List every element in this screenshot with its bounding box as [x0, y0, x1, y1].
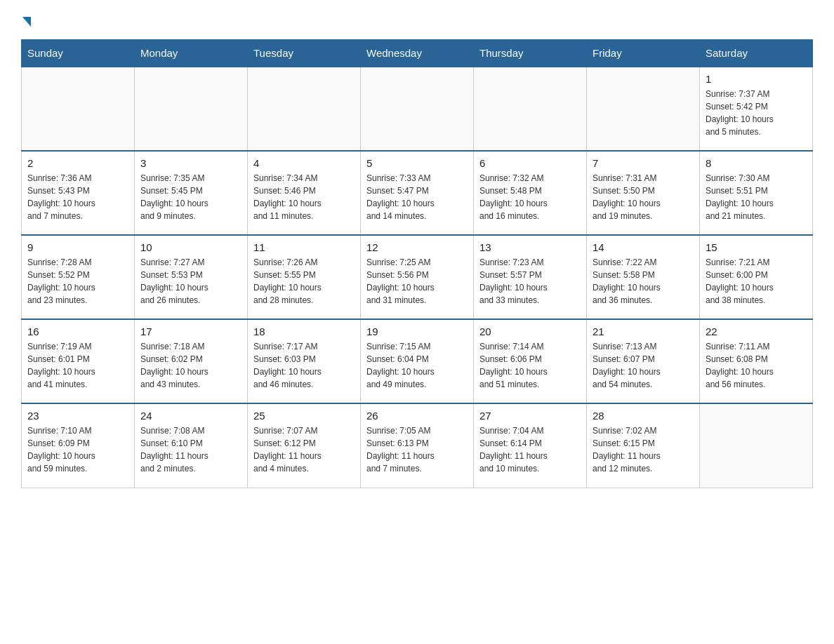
day-info: Sunrise: 7:08 AM Sunset: 6:10 PM Dayligh…: [140, 424, 241, 475]
day-number: 22: [706, 326, 807, 337]
day-info: Sunrise: 7:14 AM Sunset: 6:06 PM Dayligh…: [479, 340, 581, 391]
day-info: Sunrise: 7:05 AM Sunset: 6:13 PM Dayligh…: [366, 424, 468, 475]
day-number: 7: [593, 157, 694, 169]
calendar-day-cell: 26Sunrise: 7:05 AM Sunset: 6:13 PM Dayli…: [361, 403, 474, 488]
calendar-day-cell: [135, 67, 248, 151]
day-number: 6: [479, 157, 581, 169]
day-number: 23: [27, 410, 128, 422]
day-number: 5: [366, 157, 468, 169]
day-number: 24: [140, 410, 241, 422]
calendar-body: 1Sunrise: 7:37 AM Sunset: 5:42 PM Daylig…: [22, 67, 813, 488]
days-of-week-row: SundayMondayTuesdayWednesdayThursdayFrid…: [22, 40, 813, 67]
logo-arrow-icon: [22, 17, 31, 27]
day-info: Sunrise: 7:31 AM Sunset: 5:50 PM Dayligh…: [593, 172, 694, 222]
calendar-day-cell: [474, 67, 587, 151]
day-number: 17: [140, 326, 241, 337]
day-of-week-header: Thursday: [474, 40, 587, 67]
calendar-day-cell: 8Sunrise: 7:30 AM Sunset: 5:51 PM Daylig…: [700, 151, 813, 235]
day-info: Sunrise: 7:13 AM Sunset: 6:07 PM Dayligh…: [593, 340, 694, 391]
day-info: Sunrise: 7:28 AM Sunset: 5:52 PM Dayligh…: [27, 256, 128, 307]
day-info: Sunrise: 7:15 AM Sunset: 6:04 PM Dayligh…: [366, 340, 468, 391]
day-number: 21: [593, 326, 694, 337]
calendar-day-cell: 9Sunrise: 7:28 AM Sunset: 5:52 PM Daylig…: [22, 235, 135, 319]
day-number: 3: [140, 157, 241, 169]
day-of-week-header: Saturday: [700, 40, 813, 67]
calendar-day-cell: 7Sunrise: 7:31 AM Sunset: 5:50 PM Daylig…: [587, 151, 700, 235]
logo: [21, 14, 31, 25]
calendar-day-cell: 2Sunrise: 7:36 AM Sunset: 5:43 PM Daylig…: [22, 151, 135, 235]
day-number: 4: [253, 157, 355, 169]
day-info: Sunrise: 7:27 AM Sunset: 5:53 PM Dayligh…: [140, 256, 241, 307]
day-info: Sunrise: 7:25 AM Sunset: 5:56 PM Dayligh…: [366, 256, 468, 307]
day-of-week-header: Wednesday: [361, 40, 474, 67]
calendar-week-row: 23Sunrise: 7:10 AM Sunset: 6:09 PM Dayli…: [22, 403, 813, 488]
calendar-day-cell: 11Sunrise: 7:26 AM Sunset: 5:55 PM Dayli…: [248, 235, 361, 319]
day-number: 14: [593, 241, 694, 253]
day-info: Sunrise: 7:33 AM Sunset: 5:47 PM Dayligh…: [366, 172, 468, 222]
day-number: 9: [27, 241, 128, 253]
day-number: 12: [366, 241, 468, 253]
calendar-day-cell: 12Sunrise: 7:25 AM Sunset: 5:56 PM Dayli…: [361, 235, 474, 319]
calendar-week-row: 1Sunrise: 7:37 AM Sunset: 5:42 PM Daylig…: [22, 67, 813, 151]
calendar-day-cell: 1Sunrise: 7:37 AM Sunset: 5:42 PM Daylig…: [700, 67, 813, 151]
calendar-week-row: 2Sunrise: 7:36 AM Sunset: 5:43 PM Daylig…: [22, 151, 813, 235]
day-info: Sunrise: 7:11 AM Sunset: 6:08 PM Dayligh…: [706, 340, 807, 391]
calendar-week-row: 9Sunrise: 7:28 AM Sunset: 5:52 PM Daylig…: [22, 235, 813, 319]
calendar-day-cell: 10Sunrise: 7:27 AM Sunset: 5:53 PM Dayli…: [135, 235, 248, 319]
day-number: 1: [706, 73, 807, 85]
calendar-day-cell: 23Sunrise: 7:10 AM Sunset: 6:09 PM Dayli…: [22, 403, 135, 488]
calendar-day-cell: 28Sunrise: 7:02 AM Sunset: 6:15 PM Dayli…: [587, 403, 700, 488]
page-header: [21, 14, 813, 25]
day-of-week-header: Sunday: [22, 40, 135, 67]
calendar-day-cell: 3Sunrise: 7:35 AM Sunset: 5:45 PM Daylig…: [135, 151, 248, 235]
day-info: Sunrise: 7:10 AM Sunset: 6:09 PM Dayligh…: [27, 424, 128, 475]
day-number: 15: [706, 241, 807, 253]
calendar-day-cell: 25Sunrise: 7:07 AM Sunset: 6:12 PM Dayli…: [248, 403, 361, 488]
day-number: 11: [253, 241, 355, 253]
calendar-header: SundayMondayTuesdayWednesdayThursdayFrid…: [22, 40, 813, 67]
calendar-day-cell: 21Sunrise: 7:13 AM Sunset: 6:07 PM Dayli…: [587, 319, 700, 403]
day-number: 16: [27, 326, 128, 337]
calendar-day-cell: 14Sunrise: 7:22 AM Sunset: 5:58 PM Dayli…: [587, 235, 700, 319]
calendar-week-row: 16Sunrise: 7:19 AM Sunset: 6:01 PM Dayli…: [22, 319, 813, 403]
day-info: Sunrise: 7:21 AM Sunset: 6:00 PM Dayligh…: [706, 256, 807, 307]
calendar-day-cell: [22, 67, 135, 151]
day-info: Sunrise: 7:34 AM Sunset: 5:46 PM Dayligh…: [253, 172, 355, 222]
calendar-day-cell: 6Sunrise: 7:32 AM Sunset: 5:48 PM Daylig…: [474, 151, 587, 235]
day-number: 27: [479, 410, 581, 422]
day-info: Sunrise: 7:07 AM Sunset: 6:12 PM Dayligh…: [253, 424, 355, 475]
day-number: 25: [253, 410, 355, 422]
day-of-week-header: Friday: [587, 40, 700, 67]
day-number: 28: [593, 410, 694, 422]
day-info: Sunrise: 7:35 AM Sunset: 5:45 PM Dayligh…: [140, 172, 241, 222]
day-info: Sunrise: 7:19 AM Sunset: 6:01 PM Dayligh…: [27, 340, 128, 391]
calendar-day-cell: [587, 67, 700, 151]
day-number: 13: [479, 241, 581, 253]
calendar-day-cell: 13Sunrise: 7:23 AM Sunset: 5:57 PM Dayli…: [474, 235, 587, 319]
day-number: 26: [366, 410, 468, 422]
day-number: 2: [27, 157, 128, 169]
day-info: Sunrise: 7:02 AM Sunset: 6:15 PM Dayligh…: [593, 424, 694, 475]
day-info: Sunrise: 7:37 AM Sunset: 5:42 PM Dayligh…: [706, 88, 807, 138]
calendar-day-cell: 19Sunrise: 7:15 AM Sunset: 6:04 PM Dayli…: [361, 319, 474, 403]
calendar-day-cell: [248, 67, 361, 151]
day-info: Sunrise: 7:22 AM Sunset: 5:58 PM Dayligh…: [593, 256, 694, 307]
day-of-week-header: Tuesday: [248, 40, 361, 67]
calendar-day-cell: 17Sunrise: 7:18 AM Sunset: 6:02 PM Dayli…: [135, 319, 248, 403]
day-info: Sunrise: 7:32 AM Sunset: 5:48 PM Dayligh…: [479, 172, 581, 222]
calendar-day-cell: 4Sunrise: 7:34 AM Sunset: 5:46 PM Daylig…: [248, 151, 361, 235]
calendar-day-cell: 27Sunrise: 7:04 AM Sunset: 6:14 PM Dayli…: [474, 403, 587, 488]
calendar-table: SundayMondayTuesdayWednesdayThursdayFrid…: [21, 39, 813, 488]
calendar-day-cell: 18Sunrise: 7:17 AM Sunset: 6:03 PM Dayli…: [248, 319, 361, 403]
day-info: Sunrise: 7:18 AM Sunset: 6:02 PM Dayligh…: [140, 340, 241, 391]
day-number: 18: [253, 326, 355, 337]
calendar-day-cell: 20Sunrise: 7:14 AM Sunset: 6:06 PM Dayli…: [474, 319, 587, 403]
calendar-day-cell: 24Sunrise: 7:08 AM Sunset: 6:10 PM Dayli…: [135, 403, 248, 488]
day-number: 19: [366, 326, 468, 337]
day-info: Sunrise: 7:17 AM Sunset: 6:03 PM Dayligh…: [253, 340, 355, 391]
calendar-day-cell: 5Sunrise: 7:33 AM Sunset: 5:47 PM Daylig…: [361, 151, 474, 235]
day-number: 20: [479, 326, 581, 337]
calendar-day-cell: [361, 67, 474, 151]
calendar-day-cell: 22Sunrise: 7:11 AM Sunset: 6:08 PM Dayli…: [700, 319, 813, 403]
calendar-day-cell: 15Sunrise: 7:21 AM Sunset: 6:00 PM Dayli…: [700, 235, 813, 319]
